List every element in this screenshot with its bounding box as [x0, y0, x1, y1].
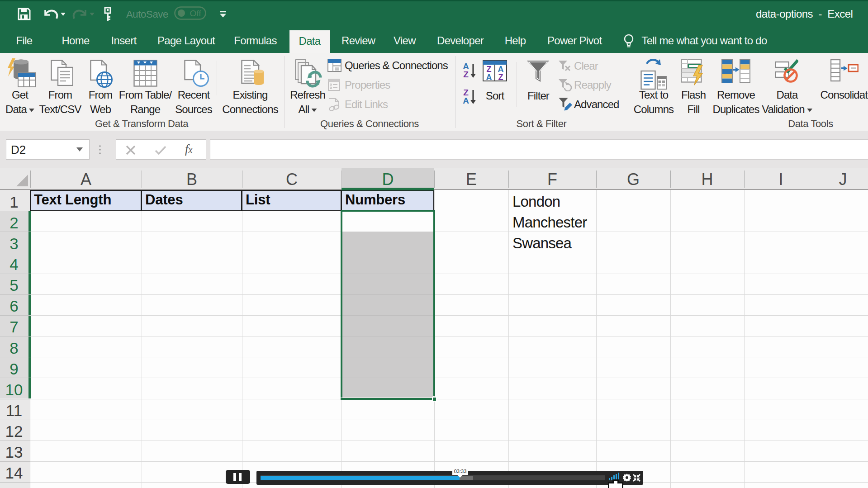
svg-text:Z: Z — [487, 65, 492, 74]
svg-text:Z: Z — [463, 70, 469, 78]
svg-text:A: A — [463, 96, 469, 104]
svg-text:A: A — [498, 65, 504, 74]
svg-text:Z: Z — [498, 73, 503, 81]
svg-text:A: A — [486, 73, 492, 81]
svg-text:Off: Off — [190, 9, 202, 18]
